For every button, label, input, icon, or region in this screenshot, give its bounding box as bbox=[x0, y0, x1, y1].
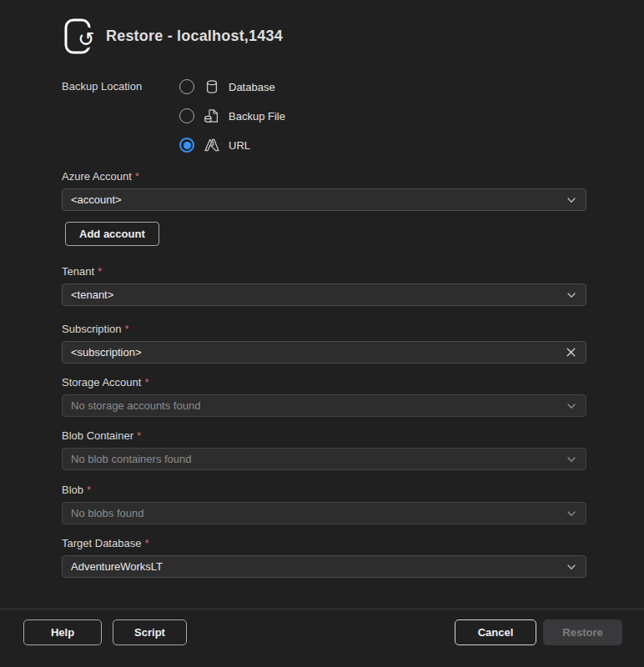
subscription-group: Subscription* bbox=[62, 323, 586, 364]
azure-account-group: Azure Account* <account> Add account bbox=[62, 170, 586, 246]
radio-button-database[interactable] bbox=[179, 79, 194, 94]
add-account-button[interactable]: Add account bbox=[65, 222, 159, 246]
storage-account-value: No storage accounts found bbox=[71, 399, 559, 412]
blob-container-value: No blob containers found bbox=[71, 453, 559, 465]
azure-account-dropdown[interactable]: <account> bbox=[62, 188, 586, 211]
cancel-button[interactable]: Cancel bbox=[455, 619, 536, 645]
blob-label: Blob* bbox=[62, 484, 586, 496]
required-asterisk: * bbox=[125, 323, 129, 335]
chevron-down-icon bbox=[566, 508, 577, 519]
chevron-down-icon[interactable] bbox=[566, 194, 577, 206]
storage-account-group: Storage Account* No storage accounts fou… bbox=[62, 376, 586, 417]
blob-container-group: Blob Container* No blob containers found bbox=[62, 429, 586, 470]
target-database-label: Target Database* bbox=[62, 537, 586, 549]
subscription-input[interactable] bbox=[71, 346, 558, 359]
blob-group: Blob* No blobs found bbox=[62, 484, 586, 524]
blob-container-dropdown: No blob containers found bbox=[62, 448, 586, 470]
footer-divider bbox=[0, 609, 644, 609]
radio-option-database[interactable]: Database bbox=[179, 78, 285, 96]
tenant-label: Tenant* bbox=[62, 265, 586, 278]
azure-account-value: <account> bbox=[71, 193, 559, 206]
clear-icon[interactable] bbox=[565, 346, 577, 359]
dialog-title: Restore - localhost,1434 bbox=[106, 28, 283, 45]
help-button[interactable]: Help bbox=[23, 619, 102, 645]
chevron-down-icon[interactable] bbox=[566, 289, 577, 301]
blob-dropdown: No blobs found bbox=[62, 502, 586, 524]
storage-account-label: Storage Account* bbox=[62, 376, 586, 389]
target-database-dropdown[interactable]: AdventureWorksLT bbox=[62, 555, 586, 578]
restore-button: Restore bbox=[543, 619, 622, 645]
required-asterisk: * bbox=[137, 429, 141, 442]
storage-account-dropdown: No storage accounts found bbox=[62, 394, 586, 417]
tenant-dropdown[interactable]: <tenant> bbox=[62, 283, 586, 306]
azure-account-label: Azure Account* bbox=[62, 170, 586, 183]
chevron-down-icon[interactable] bbox=[566, 561, 577, 573]
radio-label-url: URL bbox=[229, 139, 250, 152]
backup-file-icon bbox=[203, 108, 220, 124]
subscription-field[interactable] bbox=[62, 341, 586, 364]
script-button[interactable]: Script bbox=[113, 619, 187, 645]
azure-icon bbox=[203, 137, 220, 153]
radio-option-backup-file[interactable]: Backup File bbox=[179, 107, 285, 125]
tenant-group: Tenant* <tenant> bbox=[62, 265, 586, 306]
radio-option-url[interactable]: URL bbox=[179, 136, 285, 154]
chevron-down-icon bbox=[566, 454, 577, 465]
backup-location-label: Backup Location bbox=[62, 78, 179, 154]
footer: Help Script Cancel Restore bbox=[0, 619, 644, 645]
radio-button-url[interactable] bbox=[179, 138, 194, 153]
restore-dialog: ↺ Restore - localhost,1434 Backup Locati… bbox=[0, 0, 644, 667]
backup-location-radio-group: Database Backup Fi bbox=[179, 78, 285, 154]
dialog-header: ↺ Restore - localhost,1434 bbox=[0, 0, 644, 56]
blob-value: No blobs found bbox=[71, 507, 559, 519]
radio-button-backup-file[interactable] bbox=[179, 108, 194, 123]
chevron-down-icon bbox=[566, 400, 577, 412]
target-database-group: Target Database* AdventureWorksLT bbox=[62, 537, 586, 578]
backup-location-row: Backup Location Database bbox=[62, 78, 586, 154]
restore-database-icon: ↺ bbox=[60, 17, 98, 56]
radio-label-backup-file: Backup File bbox=[229, 110, 285, 123]
radio-label-database: Database bbox=[229, 81, 275, 93]
required-asterisk: * bbox=[87, 484, 91, 496]
blob-container-label: Blob Container* bbox=[62, 429, 586, 442]
required-asterisk: * bbox=[144, 537, 148, 549]
subscription-label: Subscription* bbox=[62, 323, 586, 335]
database-icon bbox=[203, 78, 220, 95]
required-asterisk: * bbox=[135, 170, 139, 183]
required-asterisk: * bbox=[98, 265, 102, 278]
svg-text:↺: ↺ bbox=[78, 28, 94, 51]
required-asterisk: * bbox=[144, 376, 148, 389]
tenant-value: <tenant> bbox=[71, 288, 559, 301]
target-database-value: AdventureWorksLT bbox=[71, 560, 559, 573]
